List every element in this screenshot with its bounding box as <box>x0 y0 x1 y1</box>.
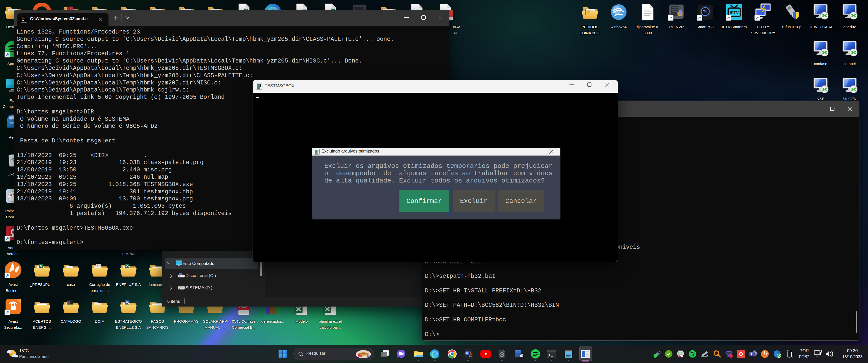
svg-text:IPTV: IPTV <box>730 10 739 15</box>
svg-text:C:\: C:\ <box>22 17 25 19</box>
